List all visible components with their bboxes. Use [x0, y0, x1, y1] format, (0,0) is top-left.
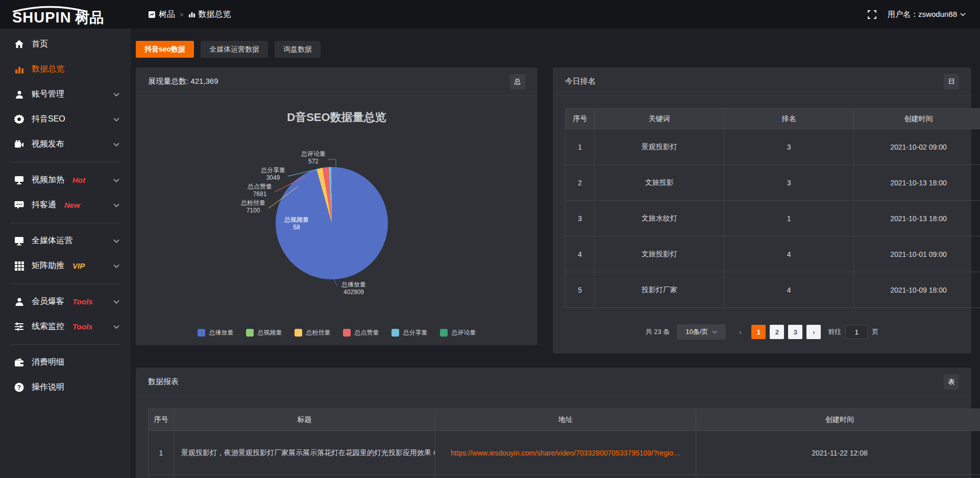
chart-icon: [14, 64, 24, 74]
video-link[interactable]: https://www.iesdouyin.com/share/video/70…: [451, 449, 680, 457]
total-view-button[interactable]: 总: [510, 74, 525, 89]
sidebar-item-label: 抖音SEO: [32, 114, 65, 125]
goto-label: 前往: [828, 327, 841, 337]
pie-label-name: 总视频量: [284, 216, 309, 224]
goto-page-input[interactable]: [845, 325, 868, 339]
chevron-down-icon: [113, 300, 119, 304]
rank-col-header: 排名: [724, 109, 854, 129]
table-row: 5投影灯厂家42021-10-09 18:00: [566, 272, 980, 308]
rank-created: 2021-10-13 18:00: [854, 165, 980, 201]
chat-icon: [14, 200, 24, 210]
chart-icon: [188, 11, 195, 18]
next-page-button[interactable]: ›: [806, 325, 821, 339]
user-icon: [14, 89, 24, 99]
rank-position: 1: [724, 201, 854, 236]
sidebar-item-label: 线索监控: [32, 321, 64, 332]
pie-label-value: 572: [301, 158, 326, 165]
pie-label-0: 总播放量402909: [341, 281, 366, 296]
table-view-button[interactable]: 表: [944, 374, 959, 390]
sidebar-item-label: 会员爆客: [32, 296, 64, 307]
sidebar-item-label: 矩阵助推: [32, 260, 64, 271]
legend-item-3[interactable]: 总点赞量: [343, 328, 379, 337]
page-button-3[interactable]: 3: [788, 325, 802, 339]
sidebar-item-user[interactable]: 账号管理: [0, 82, 131, 107]
report-title: 景观投影灯，夜游景观投影灯厂家展示展示落花灯在花园里的灯光投影应用效果 #: [174, 431, 435, 475]
legend-item-2[interactable]: 总粉丝量: [295, 328, 331, 337]
member-icon: [14, 297, 24, 306]
breadcrumb-item-shupin[interactable]: 树品: [148, 9, 175, 20]
sidebar-item-wallet[interactable]: 消费明细: [0, 350, 131, 375]
sidebar-divider: [10, 162, 120, 162]
username-label: 用户名：zswodun88: [888, 10, 957, 19]
tab-2[interactable]: 询盘数据: [275, 41, 321, 58]
legend-swatch: [246, 329, 254, 337]
legend-item-5[interactable]: 总评论量: [440, 328, 476, 337]
sidebar-item-question[interactable]: ?操作说明: [0, 375, 131, 400]
today-ranking-panel: 今日排名 日 序号关键词排名创建时间 1景观投影灯32021-10-02 09:…: [553, 67, 971, 353]
data-tabs: 抖音seo数据全媒体运营数据询盘数据: [136, 41, 971, 58]
legend-swatch: [343, 329, 351, 337]
daily-view-button[interactable]: 日: [944, 74, 959, 89]
sidebar-item-label: 账号管理: [32, 89, 64, 100]
prev-page-button[interactable]: ‹: [733, 325, 747, 339]
sidebar-item-home[interactable]: 首页: [0, 32, 131, 57]
breadcrumb-item-overview[interactable]: 数据总览: [188, 9, 231, 20]
page-size-select[interactable]: 10条/页: [677, 324, 726, 340]
ranking-panel-title: 今日排名: [565, 77, 596, 86]
sidebar-item-monitor[interactable]: 视频加热Hot: [0, 168, 131, 193]
home-icon: [14, 39, 24, 49]
legend-label: 总分享量: [403, 328, 428, 337]
sidebar-item-chat[interactable]: 抖客通New: [0, 193, 131, 218]
grid-icon: [14, 261, 24, 271]
rank-created: 2021-10-09 18:00: [854, 272, 980, 308]
legend-item-0[interactable]: 总播放量: [198, 328, 234, 337]
table-row-partial: [149, 475, 980, 478]
table-row: 4文旅投影灯42021-10-01 09:00: [566, 236, 980, 272]
breadcrumb: 树品 > 数据总览: [148, 9, 231, 20]
rank-keyword: 投影灯厂家: [595, 272, 724, 308]
user-menu[interactable]: 用户名：zswodun88: [888, 10, 966, 19]
pie-label-2: 总粉丝量7100: [241, 199, 265, 214]
app-logo: SHUPIN 树品: [0, 4, 131, 25]
sidebar-item-gear[interactable]: 抖音SEO: [0, 107, 131, 132]
sidebar-item-label: 操作说明: [32, 382, 64, 393]
legend-label: 总评论量: [452, 328, 476, 337]
chevron-down-icon: [712, 330, 717, 333]
legend-item-4[interactable]: 总分享量: [391, 328, 428, 337]
rank-position: 3: [724, 129, 854, 165]
page-button-1[interactable]: 1: [751, 325, 766, 339]
sidebar-badge: VIP: [72, 261, 85, 270]
sidebar-item-video[interactable]: 视频发布: [0, 132, 131, 157]
gear-icon: [14, 114, 24, 124]
report-col-header: 创建时间: [696, 409, 980, 431]
sidebar-item-label: 数据总览: [32, 64, 64, 75]
rank-position: 4: [724, 236, 854, 272]
chevron-down-icon: [113, 264, 119, 268]
legend-item-1[interactable]: 总视频量: [246, 328, 282, 337]
legend-swatch: [295, 329, 302, 337]
pie-label-value: 7681: [248, 190, 272, 198]
report-col-header: 序号: [149, 409, 174, 431]
breadcrumb-label: 树品: [159, 9, 175, 20]
sidebar-item-sliders[interactable]: 线索监控Tools: [0, 314, 131, 339]
breadcrumb-separator: >: [180, 11, 184, 18]
rank-index: 3: [566, 201, 595, 236]
rank-index: 4: [566, 236, 595, 272]
rank-position: 4: [724, 272, 854, 308]
main-content: 抖音seo数据全媒体运营数据询盘数据 展现量总数: 421,369 总 D音SE…: [131, 29, 980, 478]
monitor-icon: [14, 175, 24, 185]
chart-title: D音SEO数据量总览: [136, 110, 537, 125]
sidebar-item-grid[interactable]: 矩阵助推VIP: [0, 253, 131, 278]
page-button-2[interactable]: 2: [770, 325, 784, 339]
sidebar-item-member[interactable]: 会员爆客Tools: [0, 289, 131, 314]
sidebar-item-screen[interactable]: 全媒体运营: [0, 228, 131, 253]
report-created: 2021-11-22 12:08: [696, 431, 980, 475]
sliders-icon: [14, 322, 24, 331]
table-row: 1景观投影灯32021-10-02 09:00: [566, 129, 980, 165]
tab-1[interactable]: 全媒体运营数据: [201, 41, 268, 58]
tab-0[interactable]: 抖音seo数据: [136, 41, 194, 58]
rank-position: 3: [724, 165, 854, 201]
sidebar-item-chart[interactable]: 数据总览: [0, 57, 131, 82]
video-icon: [14, 139, 24, 149]
fullscreen-icon[interactable]: [868, 10, 876, 19]
